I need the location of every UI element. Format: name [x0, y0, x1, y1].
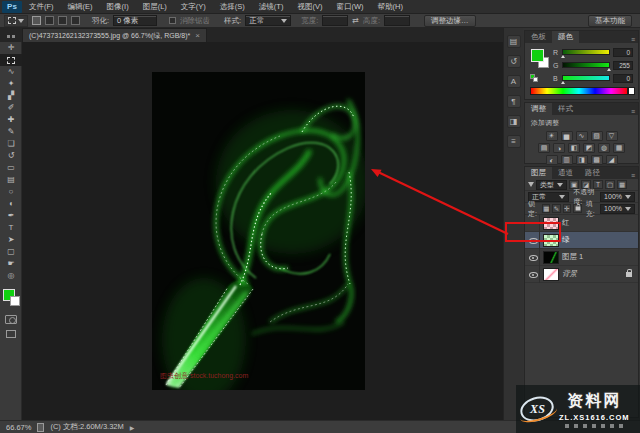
tool-zoom[interactable]: ◎ — [0, 270, 22, 282]
active-tool-badge[interactable] — [4, 15, 28, 27]
add-selection-icon[interactable] — [45, 16, 54, 25]
red-value[interactable]: 0 — [613, 48, 633, 57]
visibility-toggle[interactable] — [527, 232, 540, 249]
tab-adjustments[interactable]: 调整 — [525, 103, 552, 115]
menu-image[interactable]: 图像(I) — [100, 0, 136, 14]
brightness-contrast-icon[interactable]: ☀ — [546, 131, 558, 141]
posterize-icon[interactable]: ▥ — [561, 155, 573, 165]
photo-filter-icon[interactable]: ◩ — [583, 143, 595, 153]
threshold-icon[interactable]: ◨ — [576, 155, 588, 165]
workspace-switcher-button[interactable]: 基本功能 — [588, 15, 632, 27]
tool-pen[interactable]: ✒ — [0, 210, 22, 222]
tab-swatches[interactable]: 色板 — [525, 31, 552, 43]
lock-all-icon[interactable] — [573, 204, 582, 213]
menu-window[interactable]: 窗口(W) — [329, 0, 370, 14]
panel-menu-icon[interactable]: ≡ — [631, 172, 638, 179]
menu-file[interactable]: 文件(F) — [22, 0, 61, 14]
layer-row-red[interactable]: 红 — [525, 215, 638, 232]
history-panel-icon[interactable]: ↺ — [507, 55, 521, 68]
tab-styles[interactable]: 样式 — [552, 103, 579, 115]
tool-rect-marquee[interactable] — [0, 54, 22, 66]
menu-edit[interactable]: 编辑(E) — [61, 0, 100, 14]
curves-icon[interactable]: ∿ — [576, 131, 588, 141]
color-balance-icon[interactable]: ◑ — [553, 143, 565, 153]
green-value[interactable]: 255 — [613, 61, 633, 70]
height-input[interactable] — [384, 15, 410, 26]
vibrance-icon[interactable]: ▽ — [606, 131, 618, 141]
tool-history-brush[interactable]: ↺ — [0, 150, 22, 162]
paragraph-panel-icon[interactable]: ¶ — [507, 95, 521, 108]
tool-lasso[interactable]: ∿ — [0, 66, 22, 78]
subtract-selection-icon[interactable] — [58, 16, 67, 25]
tool-shape[interactable]: ▢ — [0, 246, 22, 258]
tool-eyedropper[interactable]: ✐ — [0, 102, 22, 114]
character-panel-icon[interactable]: A — [507, 75, 521, 88]
tool-quick-selection[interactable]: ✦ — [0, 78, 22, 90]
smoke-image[interactable]: 图虫创意 stock.tuchong.com — [152, 72, 365, 390]
levels-icon[interactable]: ▅ — [561, 131, 573, 141]
background-color-swatch[interactable] — [10, 296, 20, 306]
tool-clone-stamp[interactable]: ❏ — [0, 138, 22, 150]
panel-menu-icon[interactable]: ≡ — [631, 108, 638, 115]
swap-dimensions-icon[interactable]: ⇄ — [352, 16, 359, 25]
green-slider[interactable] — [562, 62, 610, 68]
color-spectrum-ramp[interactable] — [530, 87, 628, 95]
lock-pixels-icon[interactable]: ✎ — [552, 204, 560, 213]
visibility-toggle[interactable] — [527, 215, 540, 232]
refine-edge-button[interactable]: 调整边缘… — [424, 15, 476, 27]
menu-layer[interactable]: 图层(L) — [136, 0, 174, 14]
layer-thumbnail[interactable] — [543, 234, 559, 247]
panel-menu-icon[interactable]: ≡ — [631, 36, 638, 43]
hue-saturation-icon[interactable]: ▤ — [538, 143, 550, 153]
antialias-checkbox[interactable] — [169, 17, 176, 24]
tool-path-selection[interactable]: ➤ — [0, 234, 22, 246]
channel-mixer-icon[interactable]: ◍ — [598, 143, 610, 153]
zoom-level-field[interactable]: 66.67% — [6, 423, 31, 432]
slider-thumb[interactable] — [607, 68, 611, 71]
canvas-area[interactable]: 图虫创意 stock.tuchong.com — [22, 42, 503, 420]
layer-thumbnail[interactable] — [543, 217, 559, 230]
style-select[interactable]: 正常 — [245, 15, 291, 26]
tool-gradient[interactable]: ▤ — [0, 174, 22, 186]
menu-filter[interactable]: 滤镜(T) — [252, 0, 291, 14]
tool-eraser[interactable]: ▭ — [0, 162, 22, 174]
blue-value[interactable]: 0 — [613, 74, 633, 83]
tool-spot-healing[interactable]: ✚ — [0, 114, 22, 126]
layer-thumbnail[interactable] — [543, 268, 559, 281]
properties-panel-icon[interactable]: ▤ — [507, 35, 521, 48]
white-color-cap[interactable] — [628, 87, 635, 95]
lock-position-icon[interactable]: ✛ — [563, 204, 571, 213]
red-slider[interactable] — [562, 49, 610, 55]
menu-view[interactable]: 视图(V) — [290, 0, 329, 14]
feather-input[interactable]: 0 像素 — [113, 15, 157, 26]
dock-collapse-icon[interactable] — [0, 35, 22, 42]
opacity-select[interactable]: 100% — [600, 192, 635, 202]
intersect-selection-icon[interactable] — [71, 16, 80, 25]
tool-crop[interactable]: ▞ — [0, 90, 22, 102]
layer-row-background[interactable]: 背景 — [525, 266, 638, 283]
tab-layers[interactable]: 图层 — [525, 167, 552, 179]
info-panel-icon[interactable]: ◨ — [507, 115, 521, 128]
lock-transparent-icon[interactable]: ▦ — [542, 204, 550, 213]
blue-slider[interactable] — [562, 75, 610, 81]
visibility-toggle[interactable] — [527, 266, 540, 283]
gradient-map-icon[interactable]: ▩ — [591, 155, 603, 165]
foreground-color-swatch[interactable] — [531, 49, 544, 62]
default-colors-icon[interactable] — [530, 74, 539, 82]
slider-thumb[interactable] — [561, 81, 565, 84]
tool-hand[interactable]: ☛ — [0, 258, 22, 270]
close-icon[interactable]: × — [195, 31, 200, 40]
tool-move[interactable]: ✛ — [0, 42, 22, 54]
selective-color-icon[interactable]: ◢ — [606, 155, 618, 165]
menu-help[interactable]: 帮助(H) — [371, 0, 410, 14]
layer-filter-select[interactable]: 类型 — [536, 180, 567, 190]
actions-panel-icon[interactable]: ≡ — [507, 135, 521, 148]
tool-blur[interactable]: ○ — [0, 186, 22, 198]
menu-type[interactable]: 文字(Y) — [174, 0, 213, 14]
width-input[interactable] — [322, 15, 348, 26]
tab-channels[interactable]: 通道 — [552, 167, 579, 179]
invert-icon[interactable]: ◐ — [546, 155, 558, 165]
screen-mode-icon[interactable] — [6, 330, 16, 338]
exposure-icon[interactable]: ▧ — [591, 131, 603, 141]
menu-select[interactable]: 选择(S) — [213, 0, 252, 14]
